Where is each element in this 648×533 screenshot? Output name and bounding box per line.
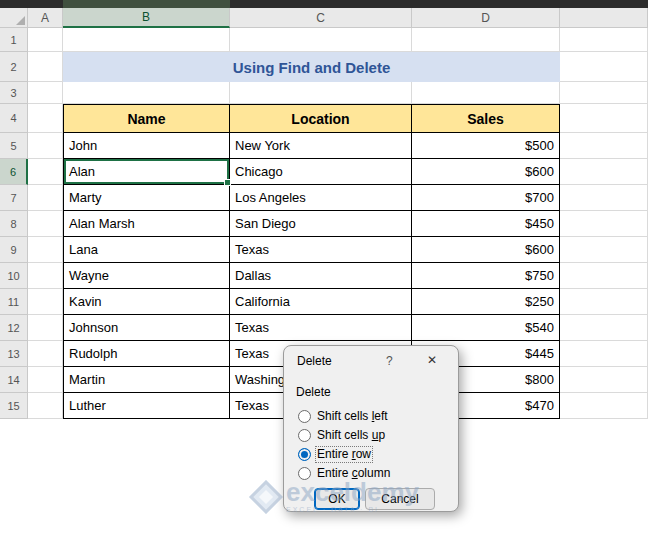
cell-D9[interactable]: $600 — [412, 237, 560, 263]
cell-A9[interactable] — [28, 237, 63, 263]
select-all-corner[interactable] — [0, 8, 28, 28]
cell-A3[interactable] — [28, 82, 63, 104]
cell-B9[interactable]: Lana — [63, 237, 230, 263]
radio-option-entire-row[interactable]: Entire row — [298, 448, 390, 461]
cell-B6-selected[interactable]: Alan — [63, 159, 230, 185]
radio-label[interactable]: Shift cells left — [317, 410, 388, 423]
cell-A11[interactable] — [28, 289, 63, 315]
cell-B8[interactable]: Alan Marsh — [63, 211, 230, 237]
cell-B11[interactable]: Kavin — [63, 289, 230, 315]
row-header-3[interactable]: 3 — [0, 82, 28, 104]
grid-cell[interactable] — [560, 133, 648, 159]
cell-D3[interactable] — [412, 82, 560, 104]
grid-cell[interactable] — [560, 82, 648, 104]
row-header-11[interactable]: 11 — [0, 289, 28, 315]
cell-D10[interactable]: $750 — [412, 263, 560, 289]
grid-cell[interactable] — [560, 52, 648, 82]
column-header-filler[interactable] — [560, 8, 648, 28]
cell-A8[interactable] — [28, 211, 63, 237]
cell-A14[interactable] — [28, 367, 63, 393]
grid-cell[interactable] — [560, 28, 648, 52]
cell-B5[interactable]: John — [63, 133, 230, 159]
grid-cell[interactable] — [560, 393, 648, 419]
radio-unselected-icon[interactable] — [298, 410, 311, 423]
radio-label[interactable]: Entire row — [317, 448, 371, 461]
cell-C9[interactable]: Texas — [230, 237, 412, 263]
table-header-name[interactable]: Name — [63, 104, 230, 133]
grid-cell[interactable] — [560, 341, 648, 367]
grid-cell[interactable] — [560, 104, 648, 133]
radio-option-entire-column[interactable]: Entire column — [298, 467, 390, 480]
dialog-close-icon[interactable]: ✕ — [427, 353, 437, 367]
row-header-9[interactable]: 9 — [0, 237, 28, 263]
ok-button[interactable]: OK — [314, 488, 360, 510]
cell-A5[interactable] — [28, 133, 63, 159]
cancel-button[interactable]: Cancel — [365, 488, 435, 510]
cell-B3[interactable] — [63, 82, 230, 104]
row-header-2[interactable]: 2 — [0, 52, 28, 82]
grid-cell[interactable] — [560, 263, 648, 289]
radio-label[interactable]: Entire column — [317, 467, 390, 480]
dialog-help-icon[interactable]: ? — [386, 354, 393, 368]
column-header-D[interactable]: D — [412, 8, 560, 28]
row-header-13[interactable]: 13 — [0, 341, 28, 367]
radio-unselected-icon[interactable] — [298, 467, 311, 480]
cell-B15[interactable]: Luther — [63, 393, 230, 419]
table-header-location[interactable]: Location — [230, 104, 412, 133]
row-header-14[interactable]: 14 — [0, 367, 28, 393]
cell-C5[interactable]: New York — [230, 133, 412, 159]
cell-D1[interactable] — [412, 28, 560, 52]
cell-A15[interactable] — [28, 393, 63, 419]
cell-A7[interactable] — [28, 185, 63, 211]
radio-unselected-icon[interactable] — [298, 429, 311, 442]
cell-A12[interactable] — [28, 315, 63, 341]
grid-cell[interactable] — [560, 289, 648, 315]
cell-A4[interactable] — [28, 104, 63, 133]
cell-D5[interactable]: $500 — [412, 133, 560, 159]
grid-cell[interactable] — [560, 159, 648, 185]
grid-cell[interactable] — [560, 237, 648, 263]
cell-B10[interactable]: Wayne — [63, 263, 230, 289]
cell-B12[interactable]: Johnson — [63, 315, 230, 341]
cell-A1[interactable] — [28, 28, 63, 52]
cell-C8[interactable]: San Diego — [230, 211, 412, 237]
cell-B13[interactable]: Rudolph — [63, 341, 230, 367]
cell-C3[interactable] — [230, 82, 412, 104]
row-header-6[interactable]: 6 — [0, 159, 28, 185]
row-header-7[interactable]: 7 — [0, 185, 28, 211]
cell-C10[interactable]: Dallas — [230, 263, 412, 289]
column-header-B[interactable]: B — [63, 8, 230, 28]
merged-title-cell[interactable]: Using Find and Delete — [63, 52, 560, 82]
row-header-4[interactable]: 4 — [0, 104, 28, 133]
row-header-15[interactable]: 15 — [0, 393, 28, 419]
cell-D11[interactable]: $250 — [412, 289, 560, 315]
cell-A13[interactable] — [28, 341, 63, 367]
radio-option-shift-cells-left[interactable]: Shift cells left — [298, 410, 390, 423]
cell-B14[interactable]: Martin — [63, 367, 230, 393]
cell-C7[interactable]: Los Angeles — [230, 185, 412, 211]
row-header-10[interactable]: 10 — [0, 263, 28, 289]
row-header-12[interactable]: 12 — [0, 315, 28, 341]
grid-cell[interactable] — [560, 185, 648, 211]
cell-D6[interactable]: $600 — [412, 159, 560, 185]
cell-C12[interactable]: Texas — [230, 315, 412, 341]
cell-B7[interactable]: Marty — [63, 185, 230, 211]
column-header-A[interactable]: A — [28, 8, 63, 28]
radio-selected-icon[interactable] — [298, 448, 311, 461]
cell-C11[interactable]: California — [230, 289, 412, 315]
radio-label[interactable]: Shift cells up — [317, 429, 385, 442]
cell-D12[interactable]: $540 — [412, 315, 560, 341]
grid-cell[interactable] — [560, 367, 648, 393]
table-header-sales[interactable]: Sales — [412, 104, 560, 133]
cell-A6[interactable] — [28, 159, 63, 185]
row-header-8[interactable]: 8 — [0, 211, 28, 237]
cell-C1[interactable] — [230, 28, 412, 52]
grid-cell[interactable] — [560, 315, 648, 341]
grid-cell[interactable] — [560, 211, 648, 237]
cell-A2[interactable] — [28, 52, 63, 82]
cell-D7[interactable]: $700 — [412, 185, 560, 211]
cell-C6[interactable]: Chicago — [230, 159, 412, 185]
row-header-1[interactable]: 1 — [0, 28, 28, 52]
cell-B1[interactable] — [63, 28, 230, 52]
row-header-5[interactable]: 5 — [0, 133, 28, 159]
